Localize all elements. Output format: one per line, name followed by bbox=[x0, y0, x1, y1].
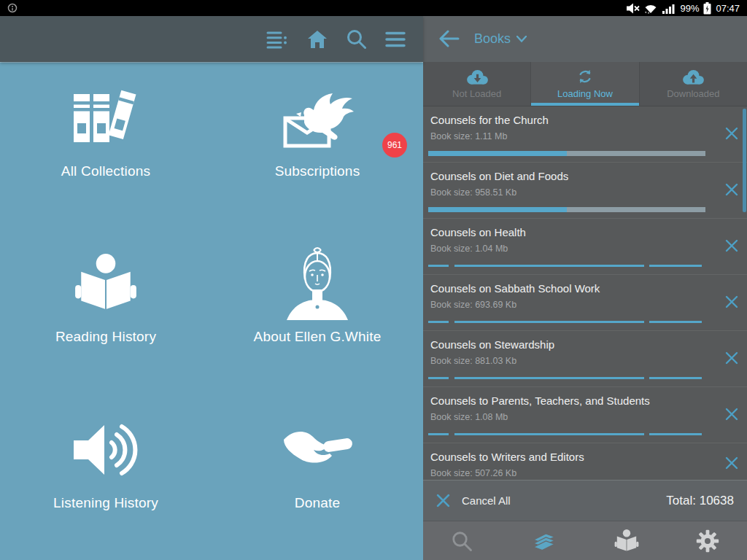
menu-item-donate[interactable]: Donate bbox=[212, 394, 423, 560]
dove-envelope-icon bbox=[279, 79, 355, 158]
download-progress-indeterminate bbox=[428, 377, 705, 379]
app-notification-icon bbox=[7, 3, 18, 13]
cancel-download-button[interactable] bbox=[725, 408, 738, 421]
book-title: Counsels on Stewardship bbox=[430, 338, 747, 351]
menu-item-subscriptions[interactable]: Subscriptions 961 bbox=[212, 63, 423, 228]
category-dropdown[interactable]: Books bbox=[474, 31, 527, 47]
nav-reader-icon[interactable] bbox=[614, 529, 640, 553]
book-row[interactable]: Counsels on Sabbath School Work Book siz… bbox=[423, 275, 747, 331]
speaker-icon bbox=[71, 411, 141, 489]
clock: 07:47 bbox=[716, 3, 740, 14]
app-screen: 99% 07:47 bbox=[0, 0, 747, 560]
category-title: Books bbox=[474, 31, 511, 47]
book-size-value: 958.51 Kb bbox=[475, 187, 516, 198]
menu-label: Donate bbox=[295, 495, 340, 511]
menu-item-reading-history[interactable]: Reading History bbox=[0, 228, 212, 394]
sync-icon bbox=[576, 68, 594, 85]
downloads-panel: Books Not Loaded bbox=[423, 16, 747, 560]
scrollbar[interactable] bbox=[743, 109, 746, 212]
left-toolbar bbox=[0, 16, 423, 62]
cancel-download-button[interactable] bbox=[725, 456, 738, 470]
chevron-down-icon bbox=[516, 36, 527, 42]
ellen-white-portrait-icon bbox=[278, 244, 357, 323]
reading-lists-icon[interactable] bbox=[266, 30, 288, 49]
menu-icon[interactable] bbox=[385, 31, 406, 47]
menu-label: Listening History bbox=[53, 495, 158, 511]
tab-loading-now[interactable]: Loading Now bbox=[530, 62, 638, 106]
book-size-value: 507.26 Kb bbox=[475, 468, 516, 478]
book-size-value: 693.69 Kb bbox=[475, 300, 516, 310]
nav-search-icon[interactable] bbox=[451, 530, 473, 552]
cancel-download-button[interactable] bbox=[725, 239, 738, 252]
download-tabs: Not Loaded Loading Now bbox=[423, 62, 747, 106]
books-icon bbox=[72, 79, 139, 158]
tab-label: Downloaded bbox=[667, 88, 719, 99]
book-title: Counsels for the Church bbox=[430, 114, 747, 126]
nav-books-icon[interactable] bbox=[529, 529, 558, 553]
menu-item-listening-history[interactable]: Listening History bbox=[0, 394, 212, 560]
cloud-download-icon bbox=[465, 69, 489, 85]
book-title: Counsels on Health bbox=[430, 226, 747, 238]
book-row[interactable]: Counsels on Health Book size: 1.04 Mb bbox=[423, 219, 747, 275]
download-progress-indeterminate bbox=[428, 433, 705, 435]
book-title: Counsels on Diet and Foods bbox=[430, 170, 747, 182]
wifi-icon bbox=[644, 3, 657, 14]
menu-item-all-collections[interactable]: All Collections bbox=[0, 63, 212, 228]
book-size-value: 1.11 Mb bbox=[475, 131, 507, 141]
book-title: Counsels to Parents, Teachers, and Stude… bbox=[430, 394, 747, 407]
download-list: Counsels for the Church Book size: 1.11 … bbox=[423, 106, 747, 481]
close-icon bbox=[436, 494, 450, 508]
tab-downloaded[interactable]: Downloaded bbox=[639, 62, 747, 106]
book-size-value: 1.08 Mb bbox=[475, 412, 508, 422]
book-size-value: 881.03 Kb bbox=[475, 356, 516, 366]
tab-not-loaded[interactable]: Not Loaded bbox=[423, 62, 530, 106]
book-size-label: Book size: bbox=[430, 300, 473, 310]
book-size-label: Book size: bbox=[430, 356, 473, 366]
book-row[interactable]: Counsels to Parents, Teachers, and Stude… bbox=[423, 387, 747, 443]
book-row[interactable]: Counsels on Diet and Foods Book size: 95… bbox=[423, 163, 747, 219]
status-bar: 99% 07:47 bbox=[0, 0, 747, 16]
menu-label: Subscriptions bbox=[275, 163, 360, 179]
menu-item-about-ellen-white[interactable]: About Ellen G.White bbox=[212, 228, 423, 394]
cancel-download-button[interactable] bbox=[725, 127, 738, 140]
download-progress-indeterminate bbox=[428, 265, 705, 267]
cancel-download-button[interactable] bbox=[725, 183, 738, 196]
home-icon[interactable] bbox=[307, 30, 328, 49]
battery-charging-icon bbox=[703, 2, 711, 15]
book-size-label: Book size: bbox=[430, 412, 473, 422]
bottom-nav bbox=[423, 521, 747, 560]
book-size-label: Book size: bbox=[430, 468, 473, 478]
book-size-label: Book size: bbox=[430, 131, 473, 141]
giving-hand-icon bbox=[279, 411, 355, 489]
search-icon[interactable] bbox=[347, 29, 366, 49]
cancel-download-button[interactable] bbox=[725, 351, 738, 365]
download-progress-indeterminate bbox=[428, 321, 705, 323]
back-icon[interactable] bbox=[439, 30, 460, 47]
cloud-upload-icon bbox=[681, 69, 705, 85]
subscriptions-badge: 961 bbox=[382, 133, 407, 158]
menu-label: All Collections bbox=[61, 163, 150, 179]
battery-percent: 99% bbox=[680, 3, 699, 14]
total-count: Total: 10638 bbox=[666, 494, 734, 508]
download-footer: Cancel All Total: 10638 bbox=[423, 480, 747, 521]
signal-icon bbox=[662, 3, 676, 14]
book-row[interactable]: Counsels for the Church Book size: 1.11 … bbox=[423, 106, 747, 163]
book-size-label: Book size: bbox=[430, 244, 473, 254]
downloads-header: Books bbox=[423, 16, 747, 62]
home-menu-grid: All Collections Subscriptions 961 bbox=[0, 62, 423, 560]
tab-label: Not Loaded bbox=[452, 88, 501, 99]
menu-label: About Ellen G.White bbox=[254, 329, 382, 345]
book-size-label: Book size: bbox=[430, 187, 473, 198]
download-progress-bar bbox=[428, 207, 705, 212]
tab-label: Loading Now bbox=[557, 88, 613, 99]
book-row[interactable]: Counsels on Stewardship Book size: 881.0… bbox=[423, 331, 747, 387]
cancel-all-button[interactable]: Cancel All bbox=[436, 494, 511, 508]
cancel-all-label: Cancel All bbox=[462, 494, 511, 507]
cancel-download-button[interactable] bbox=[725, 295, 738, 308]
nav-settings-icon[interactable] bbox=[696, 529, 719, 553]
mute-icon bbox=[626, 3, 640, 14]
book-row[interactable]: Counsels to Writers and Editors Book siz… bbox=[423, 443, 747, 481]
menu-label: Reading History bbox=[55, 329, 156, 345]
book-title: Counsels on Sabbath School Work bbox=[430, 282, 747, 295]
download-progress-bar bbox=[428, 151, 705, 156]
